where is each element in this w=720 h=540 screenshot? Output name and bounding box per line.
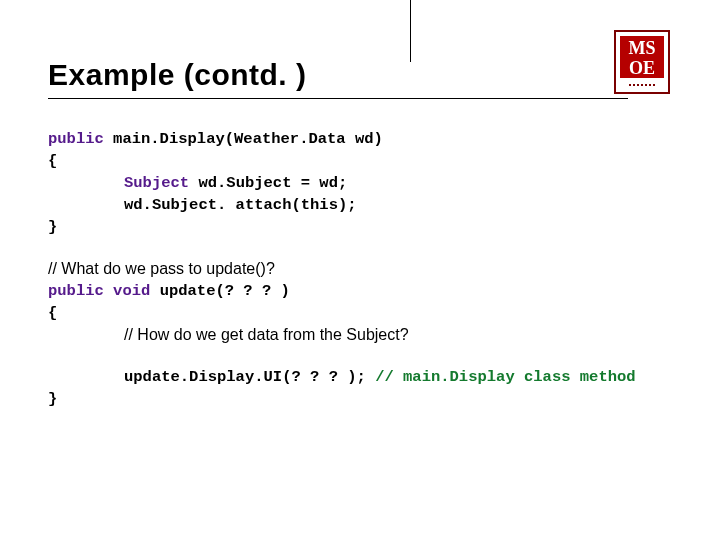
code-text: update.Display.UI(? ? ? );: [124, 368, 375, 386]
slide-title: Example (contd. ): [48, 58, 307, 92]
comment-line: // How do we get data from the Subject?: [48, 324, 680, 346]
code-line: {: [48, 150, 680, 172]
keyword: Subject: [124, 174, 189, 192]
logo-dots: [620, 80, 664, 90]
code-line: {: [48, 302, 680, 324]
code-line: }: [48, 216, 680, 238]
divider-vertical: [410, 0, 411, 62]
msoe-logo: MS OE: [614, 30, 670, 94]
blank-line: [48, 238, 680, 258]
keyword: public void: [48, 282, 150, 300]
title-underline: [48, 98, 628, 99]
code-line: public main.Display(Weather.Data wd): [48, 128, 680, 150]
logo-text: MS OE: [620, 36, 664, 78]
logo-line1: MS: [620, 38, 664, 58]
keyword: public: [48, 130, 104, 148]
code-line: public void update(? ? ? ): [48, 280, 680, 302]
code-text: update(? ? ? ): [150, 282, 290, 300]
comment-inline: // main.Display class method: [375, 368, 635, 386]
comment-line: // What do we pass to update()?: [48, 258, 680, 280]
logo-line2: OE: [620, 58, 664, 78]
code-line: }: [48, 388, 680, 410]
code-line: update.Display.UI(? ? ? ); // main.Displ…: [48, 366, 680, 388]
code-text: wd.Subject = wd;: [189, 174, 347, 192]
blank-line: [48, 346, 680, 366]
code-text: main.Display(Weather.Data wd): [104, 130, 383, 148]
code-line: Subject wd.Subject = wd;: [48, 172, 680, 194]
code-block: public main.Display(Weather.Data wd) { S…: [48, 128, 680, 410]
code-line: wd.Subject. attach(this);: [48, 194, 680, 216]
